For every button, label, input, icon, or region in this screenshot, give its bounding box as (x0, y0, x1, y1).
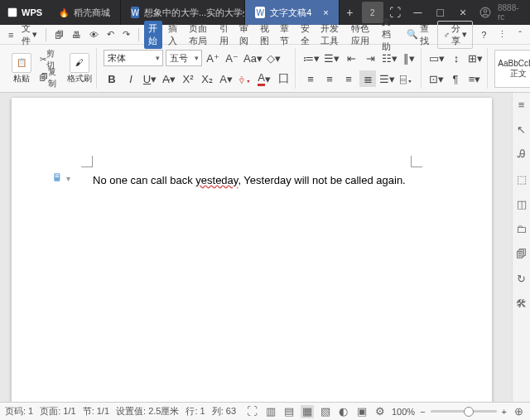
file-menu[interactable]: 文件 ▾ (18, 21, 41, 49)
status-col[interactable]: 列: 63 (212, 405, 236, 418)
zoom-level[interactable]: 100% (392, 407, 415, 417)
snap-button[interactable]: ⌸▾ (398, 70, 415, 87)
tab-review[interactable]: 审阅 (235, 21, 254, 49)
collapse-ribbon-icon[interactable]: ˆ (515, 28, 525, 41)
zoom-slider[interactable] (431, 410, 497, 413)
clear-format-icon[interactable]: ◇▾ (266, 50, 282, 66)
svg-rect-5 (55, 176, 60, 177)
change-case-icon[interactable]: Aa▾ (243, 50, 263, 66)
help-icon[interactable]: ? (478, 28, 489, 41)
save-icon[interactable]: 🗐 (51, 28, 67, 41)
zoom-in-button[interactable]: + (502, 407, 507, 417)
statusbar: 页码: 1 页面: 1/1 节: 1/1 设置值: 2.5厘米 行: 1 列: … (0, 402, 530, 420)
cut-button[interactable]: ✂ 剪切 (39, 51, 63, 68)
bullet-list-button[interactable]: ≔▾ (302, 50, 320, 66)
underline-button[interactable]: U▾ (142, 70, 158, 87)
text-effect-button[interactable]: A▾ (218, 70, 234, 87)
search-button[interactable]: 🔍 查找 (403, 21, 432, 49)
sort-button[interactable]: ☷▾ (381, 50, 398, 66)
distribute-button[interactable]: ☰▾ (378, 70, 396, 87)
tab-special[interactable]: 特色应用 (347, 21, 376, 49)
layers-icon[interactable]: 🗀 (515, 222, 528, 235)
read-mode-icon[interactable]: ▤ (282, 405, 296, 418)
tab-devtools[interactable]: 开发工具 (316, 21, 345, 49)
redo-icon[interactable]: ↷ (119, 27, 133, 41)
fullscreen-view-icon[interactable]: ⛶ (246, 405, 259, 418)
tab-view[interactable]: 视图 (256, 21, 275, 49)
eye-protect-icon[interactable]: ▣ (355, 405, 369, 418)
tab-home[interactable]: 开始 (144, 21, 163, 49)
border-button[interactable]: ⊞▾ (467, 50, 484, 66)
font-size-combo[interactable]: 五号 (166, 50, 202, 66)
font-family-combo[interactable]: 宋体 (104, 50, 163, 66)
highlight-button[interactable]: ⎀▾ (237, 70, 253, 87)
decrease-font-icon[interactable]: A⁻ (224, 50, 240, 66)
side-panel: ≡ ↖ Ꭿ ⬚ ◫ 🗀 🗐 ↻ 🛠 (512, 93, 530, 402)
view-settings-icon[interactable]: ⚙ (373, 405, 387, 418)
document-workspace[interactable]: ▾ No one can call back yesteday, Yesterd… (0, 93, 512, 402)
strikethrough-button[interactable]: A̶▾ (161, 70, 177, 87)
style-pane-icon[interactable]: Ꭿ (515, 147, 528, 161)
superscript-button[interactable]: X² (180, 70, 196, 87)
number-list-button[interactable]: ☰▾ (323, 50, 340, 66)
align-left-button[interactable]: ≡ (302, 70, 319, 87)
tabs-button[interactable]: ⊡▾ (428, 70, 445, 87)
dark-mode-icon[interactable]: ◐ (337, 405, 350, 418)
fit-page-icon[interactable]: ⊕ (512, 405, 525, 418)
tab-layout[interactable]: 页面布局 (185, 21, 214, 49)
line-spacing-button[interactable]: ‖▾ (401, 50, 417, 66)
tab-references[interactable]: 引用 (215, 21, 234, 49)
style-normal[interactable]: AaBbCcDd 正文 (494, 50, 530, 88)
tab-section[interactable]: 章节 (276, 21, 295, 49)
align-right-button[interactable]: ≡ (340, 70, 357, 87)
close-tab-icon[interactable]: × (323, 7, 328, 17)
paste-button[interactable]: 📋 粘贴 (8, 53, 36, 84)
clipboard-pane-icon[interactable]: 🗐 (515, 247, 528, 260)
properties-icon[interactable]: ↻ (515, 272, 528, 285)
text-direction-button[interactable]: ↕ (448, 50, 465, 66)
paragraph-handle-icon[interactable] (51, 171, 65, 184)
menu-icon[interactable]: ≡ (515, 98, 528, 111)
format-painter-button[interactable]: 🖌 格式刷 (65, 53, 93, 84)
preview-icon[interactable]: 👁 (86, 28, 102, 41)
outline-icon[interactable]: ▧ (319, 405, 332, 418)
italic-button[interactable]: I (123, 70, 139, 87)
align-center-button[interactable]: ≡ (321, 70, 338, 87)
web-layout-icon[interactable]: ▦ (301, 405, 314, 418)
shading-button[interactable]: ▭▾ (428, 50, 446, 66)
tab-security[interactable]: 安全 (296, 21, 316, 49)
tools-icon[interactable]: 🛠 (515, 297, 528, 310)
cursor-icon[interactable]: ↖ (515, 123, 528, 136)
decrease-indent-button[interactable]: ⇤ (343, 50, 359, 66)
status-page[interactable]: 页码: 1 (5, 405, 33, 418)
tab-insert[interactable]: 插入 (164, 21, 183, 49)
tab-store[interactable]: 🔥 稻壳商城 (49, 0, 121, 25)
paragraph-button[interactable]: ¶ (447, 70, 464, 87)
bold-button[interactable]: B (104, 70, 120, 87)
char-shading-button[interactable]: 囗 (275, 70, 292, 87)
app-logo: WPS (0, 7, 49, 18)
increase-indent-button[interactable]: ⇥ (362, 50, 378, 66)
increase-font-icon[interactable]: A⁺ (205, 50, 221, 66)
justify-button[interactable]: ≣ (359, 70, 376, 87)
shapes-icon[interactable]: ◫ (515, 197, 528, 210)
select-icon[interactable]: ⬚ (515, 172, 528, 186)
settings-button[interactable]: ≡▾ (466, 70, 483, 87)
more-icon[interactable]: ⋮ (494, 27, 510, 41)
print-layout-icon[interactable]: ▥ (264, 405, 277, 418)
print-icon[interactable]: 🖶 (69, 28, 84, 41)
document-text[interactable]: No one can call back yesteday, Yesterday… (93, 174, 406, 187)
menu-icon[interactable]: ≡ (5, 28, 17, 41)
font-color-button[interactable]: A▾ (256, 70, 272, 87)
zoom-out-button[interactable]: − (420, 407, 425, 417)
undo-icon[interactable]: ↶ (104, 27, 118, 41)
subscript-button[interactable]: X₂ (199, 70, 215, 87)
status-pages[interactable]: 页面: 1/1 (40, 405, 75, 418)
status-section[interactable]: 节: 1/1 (83, 405, 109, 418)
status-setting[interactable]: 设置值: 2.5厘米 (116, 405, 179, 418)
copy-button[interactable]: 🗐 复制 (39, 70, 63, 86)
chevron-down-icon[interactable]: ▾ (66, 174, 70, 183)
share-button[interactable]: ♂ 分享 ▾ (437, 21, 473, 49)
document-page[interactable]: ▾ No one can call back yesteday, Yesterd… (12, 98, 492, 402)
status-row[interactable]: 行: 1 (186, 405, 205, 418)
